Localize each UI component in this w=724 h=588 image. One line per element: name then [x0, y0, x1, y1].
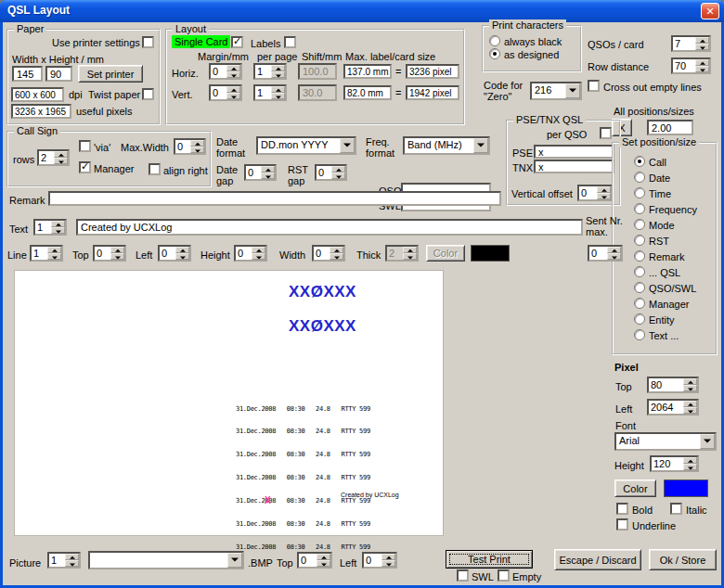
- picture-index-spinner[interactable]: 1: [47, 552, 81, 569]
- via-checkbox[interactable]: [79, 140, 91, 152]
- escape-discard-button[interactable]: Escape / Discard: [554, 549, 641, 570]
- bold-label[interactable]: Bold: [632, 505, 653, 516]
- spin-down-icon[interactable]: [175, 253, 189, 260]
- spin-up-icon[interactable]: [226, 65, 240, 71]
- spin-up-icon[interactable]: [271, 65, 285, 71]
- rst-gap-spinner[interactable]: 0: [315, 164, 347, 181]
- always-black-label[interactable]: always black: [504, 36, 562, 47]
- spin-down-icon[interactable]: [271, 93, 285, 99]
- spin-up-icon[interactable]: [695, 59, 709, 66]
- pixel-left-spinner[interactable]: 2064: [647, 399, 699, 415]
- chevron-down-icon[interactable]: [700, 434, 715, 449]
- spin-down-icon[interactable]: [695, 66, 709, 72]
- text-index-spinner[interactable]: 1: [33, 219, 67, 236]
- spin-down-icon[interactable]: [683, 407, 697, 414]
- swl-checkbox[interactable]: [457, 569, 469, 582]
- spin-down-icon[interactable]: [54, 158, 68, 164]
- line-top-spinner[interactable]: 0: [93, 245, 126, 262]
- spin-down-icon[interactable]: [331, 173, 345, 179]
- date-gap-spinner[interactable]: 0: [244, 164, 277, 181]
- set-pos-radio-text[interactable]: [634, 329, 645, 340]
- set-pos-radio-call[interactable]: [634, 156, 645, 167]
- spin-up-icon[interactable]: [695, 37, 709, 44]
- spin-up-icon[interactable]: [65, 554, 79, 560]
- spin-up-icon[interactable]: [190, 140, 204, 147]
- line-height-spinner[interactable]: 0: [234, 245, 267, 262]
- spin-down-icon[interactable]: [252, 253, 265, 260]
- spin-up-icon[interactable]: [261, 166, 275, 173]
- set-printer-button[interactable]: Set printer: [78, 65, 143, 83]
- set-pos-label-frequency[interactable]: Frequency: [649, 204, 697, 215]
- use-printer-settings-checkbox[interactable]: [142, 36, 154, 48]
- row-distance-spinner[interactable]: 70: [671, 58, 711, 74]
- spin-up-icon[interactable]: [51, 221, 65, 227]
- twist-paper-label[interactable]: Twist paper: [88, 89, 140, 100]
- max-width-spinner[interactable]: 0: [174, 138, 206, 155]
- tnx-field[interactable]: x: [534, 160, 614, 173]
- spin-down-icon[interactable]: [47, 253, 61, 260]
- set-pos-label-date[interactable]: Date: [649, 173, 670, 184]
- set-pos-label-rst[interactable]: RST: [649, 236, 669, 247]
- set-pos-label-qsl[interactable]: ... QSL: [649, 267, 680, 278]
- spin-down-icon[interactable]: [317, 560, 330, 567]
- spin-down-icon[interactable]: [683, 385, 697, 391]
- pixel-color-button[interactable]: Color: [614, 479, 656, 497]
- use-printer-settings-label[interactable]: Use printer settings: [52, 37, 140, 48]
- spin-up-icon[interactable]: [54, 151, 68, 158]
- spin-down-icon[interactable]: [381, 560, 395, 567]
- set-pos-radio-qso-swl[interactable]: [634, 282, 645, 293]
- spin-down-icon[interactable]: [597, 193, 611, 199]
- set-pos-radio-manager[interactable]: [634, 298, 645, 309]
- line-width-spinner[interactable]: 0: [312, 245, 345, 262]
- sent-nr-spinner[interactable]: 0: [588, 245, 623, 262]
- set-pos-label-qso-swl[interactable]: QSO/SWL: [649, 283, 696, 294]
- cross-out-empty-lines-checkbox[interactable]: [588, 80, 600, 92]
- as-designed-label[interactable]: as designed: [504, 49, 559, 60]
- vert-margin-spinner[interactable]: 0: [209, 84, 242, 101]
- all-positions-field[interactable]: 2.00: [647, 120, 693, 135]
- set-pos-label-text[interactable]: Text ...: [649, 330, 679, 341]
- spin-down-icon[interactable]: [330, 253, 343, 260]
- set-pos-radio-date[interactable]: [634, 172, 645, 183]
- title-bar[interactable]: QSL Layout: [0, 0, 724, 22]
- spin-up-icon[interactable]: [683, 401, 697, 407]
- single-card-checkbox[interactable]: [231, 36, 243, 48]
- set-pos-radio-remark[interactable]: [634, 250, 645, 262]
- picture-top-spinner[interactable]: 0: [297, 552, 332, 569]
- freq-format-combo[interactable]: Band (MHz): [403, 136, 490, 155]
- spin-down-icon[interactable]: [261, 173, 275, 179]
- code-zero-combo[interactable]: 216: [530, 82, 582, 100]
- italic-checkbox[interactable]: [670, 503, 682, 515]
- spin-up-icon[interactable]: [607, 247, 621, 253]
- spin-down-icon[interactable]: [226, 93, 240, 99]
- spin-up-icon[interactable]: [683, 457, 697, 464]
- spin-up-icon[interactable]: [330, 247, 343, 253]
- spin-down-icon[interactable]: [226, 71, 240, 78]
- labels-label[interactable]: Labels: [251, 38, 280, 49]
- pixel-top-spinner[interactable]: 80: [647, 377, 699, 393]
- set-pos-label-remark[interactable]: Remark: [649, 251, 685, 262]
- twist-paper-checkbox[interactable]: [142, 88, 154, 100]
- spin-down-icon[interactable]: [271, 71, 285, 78]
- picture-left-spinner[interactable]: 0: [362, 552, 397, 569]
- bold-checkbox[interactable]: [616, 503, 628, 515]
- underline-label[interactable]: Underline: [632, 520, 676, 531]
- test-print-button[interactable]: Test Print: [446, 550, 533, 569]
- align-right-label[interactable]: align right: [163, 165, 208, 176]
- spin-up-icon[interactable]: [597, 186, 611, 193]
- spin-up-icon[interactable]: [271, 86, 285, 93]
- spin-down-icon[interactable]: [695, 44, 709, 50]
- date-format-combo[interactable]: DD.mon YYYY: [256, 136, 356, 155]
- qsos-card-spinner[interactable]: 7: [671, 35, 711, 52]
- paper-height-field[interactable]: 90: [45, 66, 72, 82]
- set-pos-radio-frequency[interactable]: [634, 203, 645, 214]
- line-left-spinner[interactable]: 0: [158, 245, 191, 262]
- spin-up-icon[interactable]: [683, 378, 697, 385]
- manager-label[interactable]: Manager: [94, 163, 134, 174]
- pse-field[interactable]: x: [534, 145, 614, 159]
- per-qso-label[interactable]: per QSO: [547, 129, 587, 140]
- spin-up-icon[interactable]: [110, 247, 124, 253]
- spin-up-icon[interactable]: [175, 247, 189, 253]
- set-pos-radio-entity[interactable]: [634, 313, 645, 325]
- spin-up-icon[interactable]: [226, 86, 240, 93]
